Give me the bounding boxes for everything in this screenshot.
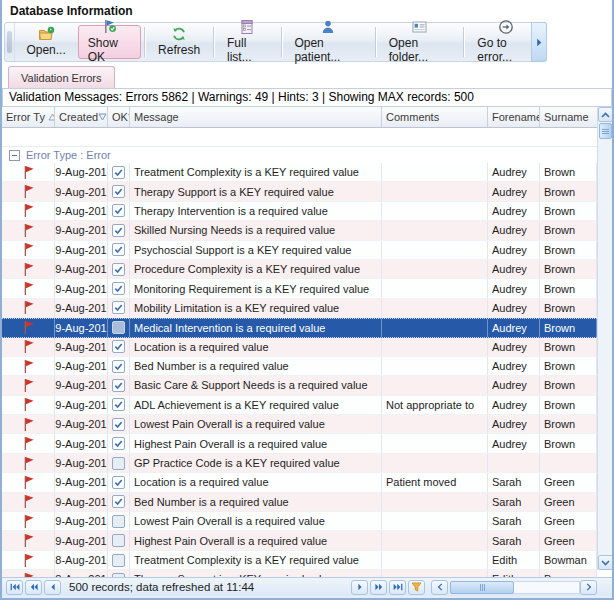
created-cell: 19-Aug-2015 <box>55 241 108 259</box>
comments-cell <box>382 202 488 220</box>
chevron-right-icon <box>586 583 592 591</box>
table-row[interactable]: 18-Aug-2015Therapy Support is a KEY requ… <box>2 570 597 577</box>
first-record-button[interactable] <box>6 580 23 595</box>
header-surname[interactable]: Surname <box>540 107 597 127</box>
ok-checkbox[interactable] <box>112 321 125 334</box>
ok-checkbox[interactable] <box>112 360 125 373</box>
ok-checkbox[interactable] <box>112 166 125 179</box>
refresh-button[interactable]: Refresh <box>148 25 210 59</box>
open-folder-button[interactable]: Open folder... <box>379 25 461 59</box>
toolbar-overflow-button[interactable] <box>531 22 547 62</box>
validation-summary-bar: Validation Messages: Errors 5862 | Warni… <box>2 88 612 107</box>
table-row[interactable]: 19-Aug-2015Monitoring Requirement is a K… <box>2 279 597 298</box>
surname-cell: Green <box>540 473 597 491</box>
error-flag-icon <box>22 572 35 577</box>
ok-checkbox[interactable] <box>112 204 125 217</box>
table-row[interactable]: 19-Aug-2015Treatment Complexity is a KEY… <box>2 163 597 182</box>
ok-checkbox[interactable] <box>112 243 125 256</box>
table-row[interactable]: 19-Aug-2015ADL Achievement is a KEY requ… <box>2 396 597 415</box>
table-row[interactable]: 19-Aug-2015Location is a required valueA… <box>2 338 597 357</box>
ok-checkbox[interactable] <box>112 398 125 411</box>
group-row-error-type[interactable]: Error Type : Error <box>2 146 597 163</box>
ok-checkbox[interactable] <box>112 573 125 577</box>
ok-checkbox[interactable] <box>112 263 125 276</box>
ok-checkbox[interactable] <box>112 301 125 314</box>
grid-header-row: Error Ty Created OK? Message Comments <box>2 107 597 128</box>
table-row[interactable]: 19-Aug-2015Therapy Intervention is a req… <box>2 202 597 221</box>
header-ok[interactable]: OK? <box>108 107 130 127</box>
horizontal-scroll-thumb[interactable] <box>450 581 514 594</box>
vertical-scroll-thumb[interactable] <box>599 123 612 139</box>
collapse-group-icon[interactable] <box>9 150 20 161</box>
header-error-type[interactable]: Error Ty <box>2 107 55 127</box>
next-page-button[interactable] <box>370 580 387 595</box>
comments-cell <box>382 319 488 336</box>
table-row[interactable]: 19-Aug-2015Skilled Nursing Needs is a re… <box>2 221 597 240</box>
table-row[interactable]: 18-Aug-2015Treatment Complexity is a KEY… <box>2 551 597 570</box>
hscroll-right-button[interactable] <box>580 580 597 595</box>
error-flag-icon <box>22 456 35 471</box>
open-button[interactable]: Open... <box>16 25 75 59</box>
ok-checkbox[interactable] <box>112 185 125 198</box>
ok-checkbox[interactable] <box>112 224 125 237</box>
table-row[interactable]: 19-Aug-2015Lowest Pain Overall is a requ… <box>2 512 597 531</box>
ok-checkbox[interactable] <box>112 418 125 431</box>
error-flag-cell <box>2 338 55 356</box>
scroll-up-button[interactable] <box>598 107 612 122</box>
header-forename[interactable]: Forename <box>488 107 540 127</box>
message-cell: Basic Care & Support Needs is a required… <box>130 376 382 394</box>
ok-checkbox[interactable] <box>112 340 125 353</box>
open-folder-button-label: Open folder... <box>389 36 451 64</box>
open-patient-button[interactable]: Open patient... <box>284 25 371 59</box>
message-cell: Monitoring Requirement is a KEY required… <box>130 279 382 297</box>
table-row[interactable]: 19-Aug-2015Mobility Limitation is a KEY … <box>2 299 597 318</box>
error-flag-cell <box>2 493 55 511</box>
comments-cell <box>382 182 488 200</box>
tab-validation-errors[interactable]: Validation Errors <box>8 66 115 88</box>
horizontal-scroll-track[interactable] <box>514 581 580 594</box>
table-row[interactable]: 19-Aug-2015Highest Pain Overall is a req… <box>2 531 597 550</box>
full-list-button[interactable]: Full list... <box>217 25 278 59</box>
ok-checkbox[interactable] <box>112 457 125 470</box>
error-flag-icon <box>22 436 35 451</box>
forename-cell: Audrey <box>488 260 540 278</box>
forename-cell: Audrey <box>488 415 540 433</box>
table-row[interactable]: 19-Aug-2015Location is a required valueP… <box>2 473 597 492</box>
ok-checkbox[interactable] <box>112 554 125 567</box>
ok-checkbox[interactable] <box>112 379 125 392</box>
ok-checkbox[interactable] <box>112 282 125 295</box>
ok-checkbox[interactable] <box>112 534 125 547</box>
table-row[interactable]: 19-Aug-2015GP Practice Code is a KEY req… <box>2 454 597 473</box>
ok-checkbox[interactable] <box>112 437 125 450</box>
header-message[interactable]: Message <box>130 107 382 127</box>
header-comments[interactable]: Comments <box>382 107 488 127</box>
previous-record-button[interactable] <box>44 580 61 595</box>
hscroll-left-button[interactable] <box>431 580 448 595</box>
ok-checkbox[interactable] <box>112 476 125 489</box>
table-row[interactable]: 19-Aug-2015Basic Care & Support Needs is… <box>2 376 597 395</box>
table-row[interactable]: 19-Aug-2015Lowest Pain Overall is a requ… <box>2 415 597 434</box>
scroll-down-button[interactable] <box>598 555 612 570</box>
ok-checkbox[interactable] <box>112 515 125 528</box>
error-flag-icon <box>22 417 35 432</box>
table-row[interactable]: 19-Aug-2015Psychoscial Support is a KEY … <box>2 241 597 260</box>
table-row[interactable]: 19-Aug-2015Bed Number is a required valu… <box>2 493 597 512</box>
header-created[interactable]: Created <box>55 107 108 127</box>
filter-icon[interactable] <box>98 111 107 123</box>
previous-page-button[interactable] <box>25 580 42 595</box>
table-row[interactable]: 19-Aug-2015Procedure Complexity is a KEY… <box>2 260 597 279</box>
forename-cell: Audrey <box>488 241 540 259</box>
surname-cell: Brown <box>540 415 597 433</box>
show-ok-button[interactable]: Show OK <box>78 25 141 59</box>
table-row[interactable]: 19-Aug-2015Therapy Support is a KEY requ… <box>2 182 597 201</box>
filter-button[interactable] <box>408 580 425 595</box>
vertical-scrollbar[interactable] <box>597 107 612 570</box>
table-row[interactable]: 19-Aug-2015Highest Pain Overall is a req… <box>2 434 597 453</box>
next-record-button[interactable] <box>351 580 368 595</box>
ok-checkbox[interactable] <box>112 495 125 508</box>
table-row[interactable]: 19-Aug-2015Medical Intervention is a req… <box>2 318 597 337</box>
last-record-button[interactable] <box>389 580 406 595</box>
table-row[interactable]: 19-Aug-2015Bed Number is a required valu… <box>2 357 597 376</box>
toolbar-drag-grip[interactable] <box>5 23 15 61</box>
comments-cell <box>382 376 488 394</box>
